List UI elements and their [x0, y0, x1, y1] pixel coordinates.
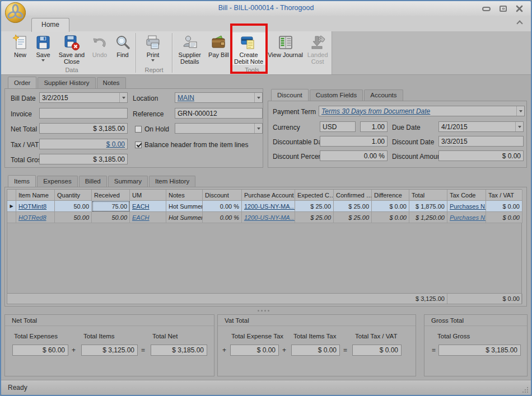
restore-icon[interactable] [500, 6, 507, 12]
footer-tax-vat: $ 0.00 [486, 294, 522, 304]
landed-cost-button: Landed Cost [305, 32, 330, 65]
discount-percent-field[interactable]: 0.00 % [320, 150, 388, 161]
tax-vat-label: Tax / VAT [11, 141, 39, 149]
discountable-days-field[interactable]: 1.00 [320, 136, 388, 147]
location-combobox[interactable]: MAIN [175, 92, 263, 103]
reference-label: Reference [133, 110, 164, 118]
payment-term-combobox[interactable]: Terms 30 Days from Document Date [319, 106, 525, 116]
find-button[interactable]: Find [111, 32, 134, 58]
focused-cell[interactable]: 75.00 [92, 201, 130, 212]
landed-cost-label: Landed Cost [305, 51, 330, 65]
bill-date-dropdown-icon[interactable] [119, 93, 127, 102]
col-notes[interactable]: Notes [166, 190, 203, 201]
supplier-details-icon [181, 34, 198, 51]
on-hold-combobox[interactable] [175, 123, 263, 134]
balance-header-checkbox[interactable] [135, 142, 142, 148]
tax-code-link[interactable]: Purchases N… [450, 214, 486, 221]
um-link[interactable]: EACH [132, 214, 150, 221]
ribbon-group-data-label: Data [8, 67, 136, 73]
pay-bill-button[interactable]: Pay Bill [206, 32, 232, 58]
save-button[interactable]: Save [31, 32, 55, 62]
find-icon [114, 34, 131, 51]
col-discount[interactable]: Discount [203, 190, 242, 201]
total-expenses-field: $ 60.00 [12, 345, 68, 356]
on-hold-checkbox[interactable] [135, 126, 142, 133]
splitter-grip[interactable] [258, 310, 259, 312]
app-logo-icon[interactable] [4, 2, 26, 23]
new-button[interactable]: New [9, 32, 31, 58]
item-name-link[interactable]: HOTRed8 [18, 214, 46, 221]
print-dropdown-arrow-icon[interactable] [151, 59, 155, 62]
save-and-close-button[interactable]: Save and Close [55, 32, 88, 65]
tab-supplier-history[interactable]: Supplier History [38, 77, 95, 88]
tax-vat-field[interactable]: $ 0.00 [39, 139, 128, 149]
tab-items[interactable]: Items [8, 175, 36, 187]
save-label: Save [36, 51, 50, 58]
find-label: Find [116, 51, 128, 58]
ribbon-group-tools-label: Tools [172, 67, 332, 73]
item-name-link[interactable]: HOTMint8 [18, 203, 46, 210]
view-journal-icon [277, 34, 294, 51]
tab-home[interactable]: Home [31, 18, 69, 32]
col-purchase-account[interactable]: Purchase Account… [242, 190, 295, 201]
due-date-dropdown-icon[interactable] [515, 122, 523, 131]
supplier-details-button[interactable]: Supplier Details [174, 32, 206, 65]
tab-notes[interactable]: Notes [97, 77, 126, 88]
location-dropdown-icon[interactable] [254, 93, 262, 102]
tab-order[interactable]: Order [8, 77, 36, 88]
currency-rate-field[interactable]: 1.00 [360, 121, 388, 132]
grid-empty-area [7, 223, 521, 293]
reference-field[interactable]: GRN-000012 [175, 108, 263, 119]
currency-code-field[interactable]: USD [320, 121, 356, 132]
on-hold-label: On Hold [144, 125, 169, 133]
close-icon[interactable] [516, 5, 523, 12]
resize-grip[interactable] [527, 392, 528, 393]
col-expected-cost[interactable]: Expected C… [295, 190, 334, 201]
col-item-name[interactable]: Item Name [16, 190, 55, 201]
save-dropdown-arrow-icon[interactable] [41, 59, 45, 62]
purchase-account-link[interactable]: 1200-US-NY-MA… [244, 203, 295, 210]
create-debit-note-label: Create Debit Note [231, 51, 266, 65]
col-um[interactable]: UM [130, 190, 166, 201]
tab-discount[interactable]: Discount [271, 89, 309, 101]
grid-row-hotred8[interactable]: HOTRed8 50.00 50.00 EACH Hot Summer … 0.… [7, 212, 521, 223]
um-link[interactable]: EACH [132, 203, 150, 210]
tab-summary[interactable]: Summary [108, 176, 148, 187]
col-confirmed-cost[interactable]: Confirmed … [334, 190, 372, 201]
total-expense-tax-label: Total Expense Tax [231, 333, 283, 340]
print-button[interactable]: Print [137, 32, 169, 62]
col-received[interactable]: Received [92, 190, 130, 201]
view-journal-button[interactable]: View Journal [266, 32, 305, 58]
bill-date-field[interactable]: 3/2/2015 [39, 92, 128, 103]
grid-row-hotmint8[interactable]: ▶ HOTMint8 50.00 75.00 EACH Hot Summer …… [7, 201, 521, 212]
discount-date-field[interactable]: 3/3/2015 [438, 136, 524, 147]
col-quantity[interactable]: Quantity [55, 190, 92, 201]
payment-term-dropdown-icon[interactable] [516, 106, 524, 116]
invoice-field[interactable] [39, 108, 128, 119]
equals-operator: = [141, 346, 145, 354]
col-total[interactable]: Total [409, 190, 447, 201]
tab-item-history[interactable]: Item History [149, 176, 195, 187]
grid-footer-row: $ 3,125.00 $ 0.00 [7, 293, 521, 304]
tab-accounts[interactable]: Accounts [364, 89, 403, 101]
total-expenses-label: Total Expenses [14, 333, 58, 340]
undo-icon [91, 34, 108, 51]
minimize-icon[interactable] [482, 7, 491, 11]
purchase-account-link[interactable]: 1200-US-NY-MA… [244, 214, 295, 221]
col-tax-code[interactable]: Tax Code [447, 190, 486, 201]
create-debit-note-button[interactable]: Create Debit Note [231, 32, 266, 65]
ribbon: New Save [1, 31, 531, 75]
tab-billed[interactable]: Billed [79, 176, 107, 187]
col-difference[interactable]: Difference [372, 190, 409, 201]
col-tax-vat[interactable]: Tax / VAT [486, 190, 522, 201]
status-text: Ready [8, 384, 27, 392]
on-hold-dropdown-icon[interactable] [254, 124, 262, 133]
location-label: Location [133, 95, 158, 102]
due-date-field[interactable]: 4/1/2015 [438, 121, 524, 132]
tab-custom-fields[interactable]: Custom Fields [310, 89, 363, 101]
discount-amount-field[interactable]: $ 0.00 [438, 150, 524, 161]
equals-operator: = [343, 346, 347, 354]
tab-expenses[interactable]: Expenses [37, 176, 78, 187]
ribbon-tab-row: Home [1, 16, 531, 31]
tax-code-link[interactable]: Purchases N… [450, 203, 486, 210]
